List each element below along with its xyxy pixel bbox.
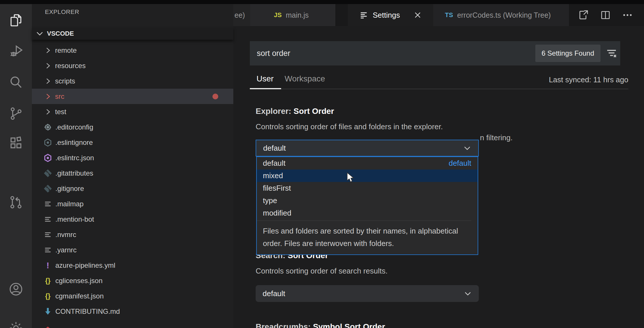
dropdown-option-description: Files and folders are sorted by their na… xyxy=(257,221,471,254)
tree-item-file[interactable]: ! azure-pipelines.yml xyxy=(32,258,233,273)
chevron-down-icon xyxy=(463,289,472,298)
tree-item-file[interactable]: {} cgmanifest.json xyxy=(32,288,233,304)
tree-item-file[interactable]: .eslintignore xyxy=(32,135,233,150)
tab-main-js[interactable]: JS main.js xyxy=(250,4,335,26)
eslint-gray-icon xyxy=(43,138,52,147)
tree-item-file[interactable]: .gitattributes xyxy=(32,165,233,181)
tab-label: Settings xyxy=(373,11,400,20)
chevron-right-icon xyxy=(43,46,52,55)
dropdown-option-modified[interactable]: modified xyxy=(257,207,478,219)
error-badge-dot xyxy=(212,94,218,99)
tree-item-folder[interactable]: scripts xyxy=(32,73,233,89)
extensions-activity-button[interactable] xyxy=(0,131,32,154)
option-label: default xyxy=(263,159,285,168)
dropdown-option-type[interactable]: type xyxy=(257,194,478,207)
file-label: .gitignore xyxy=(55,185,84,193)
option-label: mixed xyxy=(263,171,283,180)
explorer-sidebar: EXPLORER VSCODE remote resources scripts xyxy=(32,4,233,328)
tree-item-file[interactable]: .mailmap xyxy=(32,196,233,212)
lines-file-icon xyxy=(43,245,52,255)
manage-activity-button[interactable] xyxy=(0,316,32,328)
file-label: scripts xyxy=(55,77,75,85)
debug-icon xyxy=(8,43,24,59)
file-label: cglicenses.json xyxy=(55,277,103,285)
last-synced-label: Last synced: 11 hrs ago xyxy=(549,75,628,84)
file-label: .eslintignore xyxy=(55,139,93,147)
chevron-right-icon xyxy=(43,61,52,70)
search-sort-order-select[interactable]: default xyxy=(256,285,479,302)
tree-item-folder[interactable]: resources xyxy=(32,58,233,73)
preview-icon[interactable] xyxy=(577,9,590,21)
tree-item-file-partial[interactable] xyxy=(32,319,233,328)
tab-label: ee) xyxy=(234,11,245,19)
git-icon xyxy=(43,184,52,193)
accounts-activity-button[interactable] xyxy=(0,278,32,301)
tree-item-file[interactable]: {} cglicenses.json xyxy=(32,273,233,288)
braces-icon: {} xyxy=(43,276,52,285)
tab-workspace-settings[interactable]: Workspace xyxy=(285,74,325,83)
source-control-activity-button[interactable] xyxy=(0,102,32,125)
setting-description: Controls sorting order of files and fold… xyxy=(256,122,443,131)
file-label: .eslintrc.json xyxy=(55,154,94,162)
option-label: type xyxy=(263,196,277,205)
split-editor-icon[interactable] xyxy=(599,9,612,21)
dropdown-option-filesFirst[interactable]: filesFirst xyxy=(257,182,478,194)
clear-filter-icon[interactable] xyxy=(605,46,618,60)
search-activity-button[interactable] xyxy=(0,71,32,94)
file-label: .gitattributes xyxy=(55,169,93,177)
chevron-right-icon xyxy=(43,77,52,85)
tree-item-file[interactable]: .mention-bot xyxy=(32,212,233,227)
chevron-right-icon xyxy=(43,92,52,101)
settings-search-input[interactable]: sort order 6 Settings Found xyxy=(250,41,620,65)
tree-item-file[interactable]: .nvmrc xyxy=(32,227,233,242)
select-value: default xyxy=(263,144,463,153)
dropdown-option-default[interactable]: default default xyxy=(257,157,478,170)
mouse-cursor xyxy=(347,172,356,183)
file-label: CONTRIBUTING.md xyxy=(55,307,120,316)
file-label: test xyxy=(55,108,66,116)
tree-item-folder-selected[interactable]: src xyxy=(32,89,233,104)
file-label: src xyxy=(55,92,64,101)
files-icon xyxy=(8,12,24,28)
tab-label: errorCodes.ts (Working Tree) xyxy=(457,11,551,19)
person-icon xyxy=(8,281,24,297)
vscode-window: EXPLORER VSCODE remote resources scripts xyxy=(0,0,644,328)
typescript-icon: TS xyxy=(445,11,453,19)
select-value: default xyxy=(263,289,463,298)
tab-settings[interactable]: Settings xyxy=(348,4,433,26)
option-label: modified xyxy=(263,209,291,218)
occluded-setting-text: n filtering. xyxy=(480,133,513,142)
tab-partial[interactable]: ee) xyxy=(233,4,250,26)
eslint-purple-icon xyxy=(43,153,52,163)
setting-category: Explorer: xyxy=(256,107,294,116)
sort-order-dropdown-list: default default mixed filesFirst type mo… xyxy=(256,156,478,255)
tab-user-settings[interactable]: User xyxy=(256,74,274,83)
file-label: .yarnrc xyxy=(55,246,77,254)
folder-section-header[interactable]: VSCODE xyxy=(32,28,233,40)
braces-icon: {} xyxy=(43,291,52,301)
close-icon[interactable] xyxy=(413,11,422,19)
github-pull-requests-activity-button[interactable] xyxy=(0,191,32,214)
tree-item-file[interactable]: .editorconfig xyxy=(32,119,233,135)
search-icon xyxy=(8,74,24,90)
editor-tab-bar: ee) JS main.js Settings TS errorCodes.ts… xyxy=(233,4,644,26)
tree-item-folder[interactable]: test xyxy=(32,104,233,119)
tree-item-file[interactable]: CONTRIBUTING.md xyxy=(32,304,233,319)
settings-editor: sort order 6 Settings Found User Workspa… xyxy=(233,26,644,328)
ellipsis-icon[interactable] xyxy=(621,9,634,21)
branch-icon xyxy=(8,106,24,121)
setting-title-breadcrumbs-symbol-sort-order: Breadcrumbs: Symbol Sort Order xyxy=(256,322,385,328)
tree-item-file[interactable]: .eslintrc.json xyxy=(32,150,233,165)
lines-file-icon xyxy=(43,199,52,209)
explorer-sort-order-select[interactable]: default xyxy=(256,140,479,156)
explorer-activity-button[interactable] xyxy=(0,9,32,32)
pull-request-icon xyxy=(8,194,24,210)
tree-item-file[interactable]: .yarnrc xyxy=(32,242,233,258)
tree-item-file[interactable]: .gitignore xyxy=(32,181,233,196)
file-label: .editorconfig xyxy=(55,123,93,131)
file-label: .nvmrc xyxy=(55,231,76,239)
tree-item-folder[interactable]: remote xyxy=(32,43,233,58)
dropdown-option-mixed[interactable]: mixed xyxy=(257,170,478,182)
tab-error-codes[interactable]: TS errorCodes.ts (Working Tree) xyxy=(433,4,569,26)
run-debug-activity-button[interactable] xyxy=(0,39,32,63)
